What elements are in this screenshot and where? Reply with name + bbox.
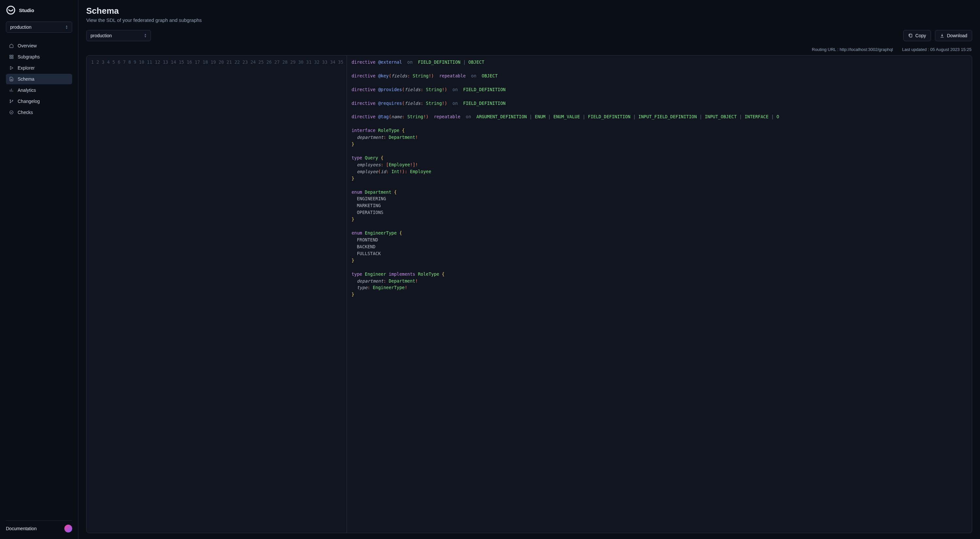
nav-item-explorer[interactable]: Explorer — [6, 63, 72, 73]
svg-point-14 — [10, 111, 13, 114]
svg-rect-4 — [12, 57, 13, 59]
page-subtitle: View the SDL of your federated graph and… — [86, 17, 972, 23]
copy-button[interactable]: Copy — [903, 30, 931, 41]
svg-rect-3 — [10, 57, 11, 59]
graph-select[interactable]: production ▲▼ — [86, 30, 151, 41]
play-icon — [9, 66, 14, 70]
graph-selected-label: production — [91, 33, 112, 38]
environment-selected-label: production — [10, 24, 31, 30]
svg-marker-5 — [10, 66, 13, 69]
copy-label: Copy — [915, 33, 926, 38]
nav-label: Explorer — [18, 65, 35, 70]
nav-item-schema[interactable]: Schema — [6, 74, 72, 84]
select-updown-icon: ▲▼ — [144, 33, 147, 38]
sidebar: Studio production ▲▼ Overview Subgraphs … — [0, 0, 78, 539]
nav-item-overview[interactable]: Overview — [6, 40, 72, 51]
nav-label: Schema — [18, 76, 34, 82]
main: Schema View the SDL of your federated gr… — [78, 0, 980, 539]
check-circle-icon — [9, 110, 14, 114]
nav: Overview Subgraphs Explorer Schema Analy… — [6, 40, 72, 118]
toolbar: production ▲▼ Copy Download — [86, 30, 972, 41]
brand-logo-icon — [6, 5, 16, 15]
svg-rect-1 — [10, 55, 11, 57]
documentation-link[interactable]: Documentation — [6, 526, 37, 531]
file-icon — [9, 77, 14, 81]
grid-icon — [9, 54, 14, 59]
svg-point-12 — [10, 102, 10, 103]
svg-rect-15 — [910, 34, 912, 37]
nav-item-checks[interactable]: Checks — [6, 107, 72, 118]
nav-item-subgraphs[interactable]: Subgraphs — [6, 52, 72, 62]
nav-label: Analytics — [18, 87, 36, 93]
svg-point-13 — [12, 100, 13, 101]
svg-point-11 — [10, 100, 10, 100]
page-title: Schema — [86, 6, 972, 16]
select-updown-icon: ▲▼ — [65, 25, 68, 29]
nav-label: Overview — [18, 43, 37, 48]
home-icon — [9, 43, 14, 48]
code-panel[interactable]: 1 2 3 4 5 6 7 8 9 10 11 12 13 14 15 16 1… — [86, 55, 972, 533]
line-number-gutter: 1 2 3 4 5 6 7 8 9 10 11 12 13 14 15 16 1… — [87, 56, 347, 533]
nav-item-changelog[interactable]: Changelog — [6, 96, 72, 107]
download-button[interactable]: Download — [935, 30, 972, 41]
branch-icon — [9, 99, 14, 103]
brand: Studio — [6, 5, 72, 15]
last-updated: Last updated : 05 August 2023 15:25 — [902, 47, 972, 52]
brand-name: Studio — [19, 8, 34, 13]
nav-label: Changelog — [18, 99, 40, 104]
routing-url: Routing URL : http://localhost:3002/grap… — [812, 47, 893, 52]
code-content[interactable]: directive @external on FIELD_DEFINITION … — [347, 56, 972, 533]
svg-rect-2 — [12, 55, 13, 57]
nav-label: Subgraphs — [18, 54, 40, 59]
nav-label: Checks — [18, 110, 33, 115]
environment-select[interactable]: production ▲▼ — [6, 22, 72, 33]
download-label: Download — [947, 33, 967, 38]
chart-icon — [9, 88, 14, 92]
clipboard-icon — [908, 33, 913, 38]
nav-item-analytics[interactable]: Analytics — [6, 85, 72, 95]
documentation-row: Documentation — [6, 520, 72, 534]
svg-point-0 — [7, 6, 15, 14]
download-icon — [940, 33, 944, 38]
meta-row: Routing URL : http://localhost:3002/grap… — [87, 47, 972, 52]
user-avatar[interactable] — [64, 525, 72, 533]
